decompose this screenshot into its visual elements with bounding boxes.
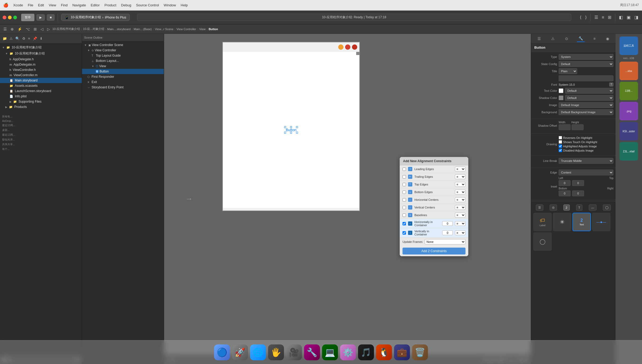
- state-config-select[interactable]: Default: [559, 61, 613, 67]
- breadcrumb-project[interactable]: 10-应用程序对象介绍: [52, 27, 80, 31]
- breadcrumb-scene[interactable]: View...r Scene: [155, 28, 173, 31]
- inset-bottom-input[interactable]: [559, 190, 571, 196]
- tree-viewcontrollerh[interactable]: h ViewController.h: [0, 67, 82, 72]
- nav-download-btn[interactable]: ⬇: [39, 36, 43, 41]
- dock-app1[interactable]: 🖐: [268, 344, 284, 360]
- dock-terminal[interactable]: 💻: [322, 344, 338, 360]
- type-select[interactable]: System: [559, 54, 613, 60]
- tab-connections[interactable]: ◉: [604, 35, 611, 42]
- lib-tab-5[interactable]: —: [589, 204, 596, 211]
- h-container-checkbox[interactable]: [403, 222, 406, 225]
- breadcrumb-vc[interactable]: View Controller: [177, 28, 196, 31]
- version-editor-button[interactable]: ⊞: [607, 14, 612, 21]
- menu-find[interactable]: Find: [61, 3, 67, 7]
- inset-left-input[interactable]: [559, 180, 571, 186]
- top-select[interactable]: ≡: [455, 182, 465, 187]
- minimize-button[interactable]: [8, 16, 12, 19]
- menu-xcode[interactable]: Xcode: [13, 3, 23, 7]
- vcenters-checkbox[interactable]: [403, 206, 406, 209]
- dock-app2[interactable]: 🎥: [286, 344, 302, 360]
- nav-pin-btn[interactable]: 📌: [32, 36, 38, 41]
- trailing-select[interactable]: ≡: [455, 174, 465, 179]
- text-color-select[interactable]: Default: [565, 88, 613, 94]
- trailing-checkbox[interactable]: [403, 175, 406, 179]
- tree-supporting[interactable]: ▶ 📁 Supporting Files: [0, 99, 82, 104]
- obj-text[interactable]: 2 Text: [572, 213, 591, 231]
- breadcrumb-target[interactable]: 10-应...对象介绍: [83, 27, 104, 31]
- tree-project-root[interactable]: ▼ 📁 10-应用程序对象介绍: [0, 44, 82, 51]
- shadow-color-swatch[interactable]: [559, 95, 563, 100]
- top-checkbox[interactable]: [403, 183, 406, 186]
- button-text-input[interactable]: Button: [559, 75, 613, 81]
- nav-refresh-btn[interactable]: ♻: [22, 36, 26, 41]
- tree-products[interactable]: ▶ 📁 Products: [0, 104, 82, 110]
- nav-folder-btn[interactable]: 📁: [2, 36, 7, 41]
- menu-debug[interactable]: Debug: [121, 3, 131, 7]
- edge-select[interactable]: Content: [559, 170, 613, 175]
- menu-product[interactable]: Product: [105, 3, 116, 7]
- v-container-checkbox[interactable]: [403, 231, 406, 235]
- scene-button[interactable]: B Button: [82, 69, 164, 74]
- scene-entry-point[interactable]: → Storyboard Entry Point: [82, 85, 164, 90]
- navigator-toggle[interactable]: ◧: [618, 14, 624, 21]
- lib-tab-6[interactable]: ◯: [603, 204, 611, 211]
- breadcrumb-storyboard[interactable]: Main....storyboard: [107, 28, 130, 31]
- bottom-checkbox[interactable]: [403, 190, 406, 194]
- h-container-select[interactable]: ≡: [455, 221, 465, 226]
- stop-button[interactable]: ■: [47, 14, 55, 21]
- tree-group-main[interactable]: ▼ 📁 10-应用程序对象介绍: [0, 51, 82, 57]
- scene-first-responder[interactable]: ⬡ First Responder: [82, 74, 164, 79]
- dock-settings[interactable]: ⚙️: [340, 344, 356, 360]
- tab-quickhelp[interactable]: ⚠: [550, 35, 556, 42]
- reverses-checkbox[interactable]: [559, 136, 562, 139]
- dock-launchpad[interactable]: 🚀: [232, 344, 248, 360]
- scene-exit[interactable]: ✕ Exit: [82, 79, 164, 85]
- menu-edit[interactable]: Edit: [38, 3, 44, 7]
- standard-editor-button[interactable]: ☰: [593, 14, 599, 21]
- dock-qq[interactable]: 🐧: [376, 344, 392, 360]
- dock-app6[interactable]: 🗑️: [412, 344, 428, 360]
- hierarchy-icon-btn[interactable]: ⚡: [16, 26, 23, 32]
- nav-left-button[interactable]: ⟨: [579, 14, 582, 21]
- breadcrumb-button[interactable]: Button: [209, 28, 218, 31]
- utilities-toggle[interactable]: ◨: [633, 14, 639, 21]
- shadow-width-input[interactable]: [559, 124, 571, 130]
- tree-assets[interactable]: 📁 Assets.xcassets: [0, 83, 82, 88]
- hcenters-checkbox[interactable]: [403, 198, 406, 202]
- obj-circle[interactable]: ◯: [533, 232, 552, 251]
- apple-menu[interactable]: 🍎: [3, 3, 8, 8]
- dock-app5[interactable]: 💼: [394, 344, 410, 360]
- dock-app4[interactable]: 🎵: [358, 344, 374, 360]
- assistant-editor-button[interactable]: ≡: [601, 14, 605, 21]
- pause-button[interactable]: 暂停: [21, 14, 34, 21]
- tree-appdelegatem[interactable]: m AppDelegate.m: [0, 62, 82, 67]
- menu-view[interactable]: View: [49, 3, 56, 7]
- menu-editor[interactable]: Editor: [91, 3, 100, 7]
- bottom-select[interactable]: ≡: [455, 190, 465, 194]
- filter-icon-btn[interactable]: ⊕: [9, 26, 15, 32]
- font-edit-btn[interactable]: T: [609, 83, 613, 87]
- shows-touch-checkbox[interactable]: [559, 140, 562, 144]
- search-icon-btn[interactable]: ⌥: [24, 26, 31, 32]
- text-color-swatch[interactable]: [559, 88, 563, 93]
- lib-tab-1[interactable]: ☰: [536, 204, 543, 211]
- vcenters-select[interactable]: ≡: [455, 205, 465, 210]
- scene-bottom-layout[interactable]: ⊥ Bottom Layout...: [82, 58, 164, 63]
- shadow-color-select[interactable]: Default: [565, 95, 613, 101]
- nav-list-btn[interactable]: ≡: [28, 36, 31, 41]
- resize-handle[interactable]: [356, 52, 359, 55]
- line-break-select[interactable]: Truncate Middle: [559, 158, 613, 164]
- dock-safari[interactable]: 🌐: [250, 344, 266, 360]
- scene-vc-scene[interactable]: ▼ ▣ View Controller Scene: [82, 42, 164, 48]
- navigator-icon-btn[interactable]: ☰: [2, 26, 8, 32]
- background-select[interactable]: Default Background Image: [559, 109, 613, 115]
- tab-identity[interactable]: ⊙: [563, 35, 570, 42]
- tree-launchscreen[interactable]: 📋 LaunchScreen.storyboard: [0, 88, 82, 94]
- run-button[interactable]: ▶: [37, 14, 45, 21]
- inset-top-input[interactable]: [572, 180, 584, 186]
- scene-view[interactable]: ▼ ☐ View: [82, 63, 164, 69]
- fullscreen-button[interactable]: [13, 16, 17, 19]
- add-constraints-button[interactable]: Add 2 Constraints: [403, 248, 465, 254]
- lib-tab-4[interactable]: T: [576, 204, 583, 211]
- nav-right-button[interactable]: ⟩: [584, 14, 588, 21]
